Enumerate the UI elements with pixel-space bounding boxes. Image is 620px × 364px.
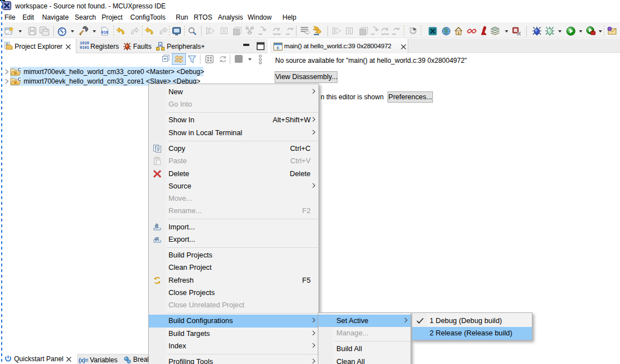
svg-text:C: C xyxy=(17,76,21,82)
svg-text:010: 010 xyxy=(101,30,108,35)
svg-text:C: C xyxy=(17,67,21,72)
svg-text:c: c xyxy=(276,45,279,50)
